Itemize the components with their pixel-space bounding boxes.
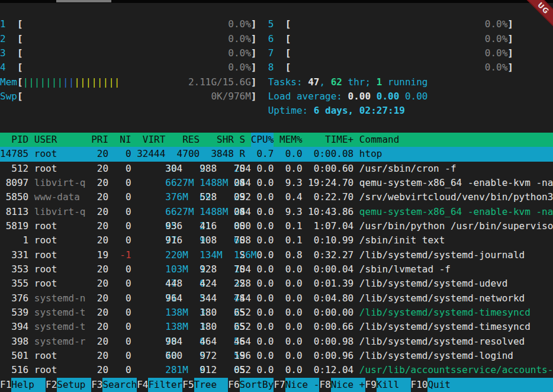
fkey-action-help[interactable]: Help — [11, 378, 46, 392]
cell-mem: 0.0 — [279, 306, 303, 320]
cell-s: S — [240, 262, 246, 277]
swp-meter-close-bracket: ] — [251, 89, 257, 104]
cell-pid: 14785 — [0, 147, 28, 161]
cell-user: root — [34, 147, 86, 161]
cell-ni: 0 — [114, 320, 131, 334]
cell-pri: 20 — [91, 233, 108, 248]
process-row[interactable]: 512root2003030429882704S0.00.00:00.60/us… — [0, 162, 553, 176]
cell-time: 0:01.39 — [308, 277, 353, 291]
process-row[interactable]: 516root200281M69126052S0.00.00:12.04/usr… — [0, 363, 553, 377]
fkey-action-setup[interactable]: Setup — [57, 378, 91, 392]
column-header-virt[interactable]: VIRT — [137, 133, 165, 147]
process-row[interactable]: 14785root2003244447003848R0.70.00:00.08h… — [0, 147, 553, 161]
cpu-meter-label: 2 — [0, 32, 6, 46]
cell-s: S — [240, 306, 246, 320]
column-header-s[interactable]: S — [240, 133, 246, 147]
cpu-meter-close-bracket: ] — [251, 32, 257, 46]
process-row[interactable]: 398systemd-r2007098464645464S0.00.00:00.… — [0, 335, 553, 349]
column-header-time[interactable]: TIME+ — [308, 133, 359, 147]
cell-mem: 9.3 — [279, 205, 303, 219]
cpu-meter-label: 7 — [268, 46, 274, 60]
cell-s: S — [240, 219, 246, 233]
cpu-meter-value: 0.0% — [228, 60, 251, 75]
process-row[interactable]: 355root2004744864243228S0.00.00:01.39/li… — [0, 277, 553, 291]
process-row[interactable]: 1root2007791691086708S0.00.10:10.99/sbin… — [0, 233, 553, 248]
fkey-key-f10[interactable]: F10 — [411, 378, 428, 392]
cell-cmd: /usr/bin/python /usr/bin/superviso — [359, 219, 553, 233]
process-row[interactable]: 539systemd-t200138M31802652S0.00.00:00.0… — [0, 306, 553, 320]
cell-time: 0:00.98 — [308, 335, 353, 349]
cell-pri: 20 — [91, 162, 108, 176]
process-row[interactable]: 376systemd-n2007196453444744S0.00.00:04.… — [0, 291, 553, 306]
process-row[interactable]: 353root200103M19281704S0.00.00:00.04/sbi… — [0, 262, 553, 277]
cell-user: root — [34, 162, 86, 176]
fkey-key-f5[interactable]: F5 — [182, 378, 194, 392]
cell-ni: 0 — [114, 205, 131, 219]
column-header-res[interactable]: RES — [171, 133, 200, 147]
fkey-action-nice--[interactable]: Nice - — [285, 378, 320, 392]
cell-cmd: /lib/systemd/systemd-timesyncd — [359, 320, 553, 334]
cell-pid: 398 — [0, 335, 28, 349]
cell-pid: 353 — [0, 262, 28, 277]
cpu-meter-open-bracket: [ — [285, 32, 291, 46]
cell-s: S — [240, 320, 246, 334]
htop-terminal: 1[0.0%]5[0.0%]2[0.0%]6[0.0%]3[0.0%]7[0.0… — [0, 3, 553, 392]
fkey-key-f9[interactable]: F9 — [365, 378, 377, 392]
column-header-ni[interactable]: NI — [114, 133, 131, 147]
cell-pid: 5850 — [0, 190, 28, 204]
cell-time: 0:00.66 — [308, 320, 353, 334]
cell-virt: 32444 — [137, 147, 165, 161]
fkey-action-filter[interactable]: Filter — [148, 378, 182, 392]
cell-cpu: 0.7 — [251, 147, 274, 161]
fkey-key-f6[interactable]: F6 — [228, 378, 239, 392]
process-row[interactable]: 331root19-1220M134M126MS0.00.80:32.27/li… — [0, 248, 553, 262]
process-row[interactable]: 8113libvirt-q2006627M1488M20044S0.09.310… — [0, 205, 553, 219]
window-top-strip — [0, 0, 553, 3]
column-header-shr[interactable]: SHR — [205, 133, 234, 147]
column-header-cmd[interactable]: Command — [359, 133, 553, 147]
cpu-meter-close-bracket: ] — [507, 17, 513, 31]
process-row[interactable]: 8097libvirt-q2006627M1488M20044S0.09.319… — [0, 176, 553, 190]
cell-time: 0:32.27 — [308, 248, 353, 262]
cell-pid: 539 — [0, 306, 28, 320]
cell-res: 4700 — [171, 147, 200, 161]
fkey-key-f2[interactable]: F2 — [46, 378, 57, 392]
cell-ni: 0 — [114, 277, 131, 291]
mem-bar-yellow: | — [114, 76, 120, 88]
process-row[interactable]: 501root2007060059725196S0.00.00:00.96/li… — [0, 349, 553, 363]
process-row[interactable]: 5819root20065936214168000S0.00.11:07.04/… — [0, 219, 553, 233]
cell-ni: 0 — [114, 219, 131, 233]
fkey-action-search[interactable]: Search — [102, 378, 137, 392]
cell-pri: 20 — [91, 277, 108, 291]
column-header-cpu[interactable]: CPU% — [251, 133, 274, 147]
fkey-key-f4[interactable]: F4 — [137, 378, 148, 392]
tasks-separator: , — [319, 76, 330, 88]
cell-cpu: 0.0 — [251, 277, 274, 291]
fkey-action-nice-+[interactable]: Nice + — [331, 378, 365, 392]
column-header-mem[interactable]: MEM% — [279, 133, 303, 147]
cell-cpu: 0.0 — [251, 363, 274, 377]
cell-user: systemd-n — [34, 291, 86, 306]
fkey-key-f7[interactable]: F7 — [274, 378, 285, 392]
fkey-key-f1[interactable]: F1 — [0, 378, 11, 392]
fkey-action-kill[interactable]: Kill — [377, 378, 411, 392]
fkey-action-quit[interactable]: Quit — [427, 378, 553, 392]
column-header-user[interactable]: USER — [34, 133, 86, 147]
cell-ni: 0 — [114, 233, 131, 248]
cpu-meter-open-bracket: [ — [285, 46, 291, 60]
cell-mem: 0.0 — [279, 262, 303, 277]
cell-user: libvirt-q — [34, 176, 86, 190]
cpu-meter-close-bracket: ] — [507, 32, 513, 46]
column-header-pid[interactable]: PID — [0, 133, 28, 147]
cell-cpu: 0.0 — [251, 306, 274, 320]
cell-ni: 0 — [114, 262, 131, 277]
column-header-pri[interactable]: PRI — [91, 133, 108, 147]
fkey-action-tree[interactable]: Tree — [194, 378, 229, 392]
process-row[interactable]: 394systemd-t200138M31802652S0.00.00:00.6… — [0, 320, 553, 334]
fkey-key-f3[interactable]: F3 — [91, 378, 102, 392]
uptime-line: Uptime: 6 days, 02:27:19 — [0, 104, 553, 118]
fkey-key-f8[interactable]: F8 — [319, 378, 330, 392]
fkey-action-sortby[interactable]: SortBy — [240, 378, 274, 392]
cell-user: libvirt-q — [34, 205, 86, 219]
process-row[interactable]: 5850www-data200376M6952823092S0.00.40:22… — [0, 190, 553, 204]
